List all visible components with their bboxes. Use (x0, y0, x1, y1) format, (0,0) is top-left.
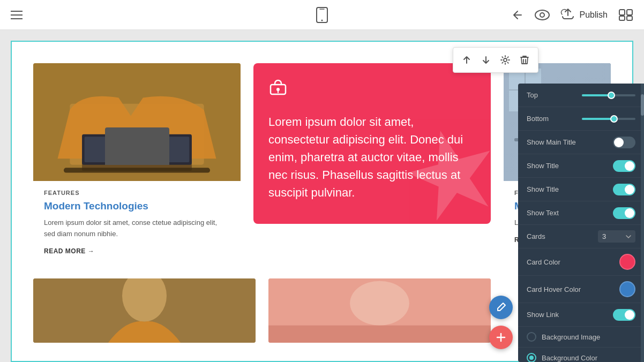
setting-bottom: Bottom (518, 107, 644, 131)
card-1-image (33, 63, 241, 181)
show-title-2-toggle[interactable] (613, 184, 635, 195)
back-icon[interactable] (511, 9, 524, 21)
svg-rect-19 (85, 137, 190, 162)
svg-rect-17 (111, 162, 126, 163)
svg-point-3 (535, 10, 549, 20)
svg-rect-8 (627, 16, 632, 20)
svg-point-1 (321, 19, 323, 21)
delete-button[interactable] (515, 51, 534, 69)
move-up-button[interactable] (458, 51, 476, 69)
show-title-2-label: Show Title (527, 185, 559, 193)
setting-bottom-label: Bottom (527, 115, 549, 123)
block-actions (453, 47, 538, 73)
card-hover-color-label: Card Hover Color (527, 285, 581, 293)
bg-image-radio[interactable] (527, 332, 536, 342)
settings-scroll[interactable]: Top Bottom (518, 84, 644, 362)
publish-button[interactable]: Publish (560, 7, 608, 23)
cards-dropdown[interactable]: 3 (598, 230, 635, 243)
cards-value: 3 (602, 232, 606, 240)
toolbar-center (316, 7, 328, 23)
card-middle-icon (268, 79, 476, 102)
card-4-image (33, 278, 256, 343)
svg-rect-5 (619, 10, 625, 15)
show-main-title-toggle[interactable] (613, 137, 635, 148)
settings-scrollbar (641, 84, 644, 362)
setting-show-text: Show Text (518, 201, 644, 225)
settings-panel: Top Bottom (518, 84, 644, 362)
svg-rect-35 (268, 325, 491, 342)
card-middle: Lorem ipsum dolor sit amet, consectetur … (253, 63, 491, 224)
publish-label: Publish (580, 10, 608, 20)
card-5 (268, 278, 491, 343)
toolbar-left (11, 11, 23, 19)
fab-edit-button[interactable] (489, 296, 513, 319)
move-down-button[interactable] (477, 51, 495, 69)
hamburger-menu[interactable] (11, 11, 23, 19)
radio-background-color: Background Color (518, 348, 644, 362)
top-slider[interactable] (582, 94, 635, 96)
canvas-area: FEATURES Modern Technologies Lorem ipsum… (0, 30, 644, 362)
show-link-toggle[interactable] (613, 309, 635, 321)
card-1-title[interactable]: Modern Technologies (44, 200, 230, 212)
fab-add-button[interactable] (489, 326, 513, 349)
bottom-slider[interactable] (582, 118, 635, 120)
card-hover-color-swatch[interactable] (619, 281, 635, 297)
preview-icon[interactable] (535, 10, 550, 20)
svg-point-15 (144, 150, 166, 164)
card-5-image (268, 278, 491, 343)
show-title-1-label: Show Title (527, 162, 559, 170)
toolbar: Publish (0, 0, 644, 30)
svg-rect-13 (64, 168, 210, 172)
svg-point-4 (540, 13, 544, 17)
show-link-label: Show Link (527, 311, 559, 319)
card-1-tag: FEATURES (44, 190, 230, 196)
svg-point-34 (350, 281, 409, 325)
card-middle-text: Lorem ipsum dolor sit amet, consectetur … (268, 113, 476, 201)
radio-background-image: Background Image (518, 327, 644, 348)
device-icon[interactable] (316, 7, 328, 23)
setting-show-title-1: Show Title (518, 154, 644, 178)
card-1-body: FEATURES Modern Technologies Lorem ipsum… (33, 181, 241, 266)
show-text-label: Show Text (527, 209, 559, 217)
card-color-swatch[interactable] (619, 254, 635, 270)
setting-cards: Cards 3 (518, 225, 644, 248)
upload-icon (560, 7, 575, 23)
svg-rect-16 (111, 157, 126, 161)
setting-top-label: Top (527, 91, 538, 99)
setting-card-color: Card Color (518, 248, 644, 276)
card-4 (33, 278, 256, 343)
show-text-toggle[interactable] (613, 207, 635, 219)
bg-color-label: Background Color (542, 354, 597, 362)
layout-icon[interactable] (618, 9, 633, 21)
card-1: FEATURES Modern Technologies Lorem ipsum… (33, 63, 241, 266)
setting-top: Top (518, 84, 644, 107)
cards-label: Cards (527, 232, 545, 240)
svg-rect-7 (619, 16, 625, 20)
card-1-text: Lorem ipsum dolor sit amet, conse ctetue… (44, 217, 230, 240)
settings-button[interactable] (496, 51, 514, 69)
svg-point-9 (504, 58, 507, 62)
setting-card-hover-color: Card Hover Color (518, 276, 644, 303)
show-title-1-toggle[interactable] (613, 160, 635, 172)
show-main-title-label: Show Main Title (527, 138, 576, 146)
settings-scrollbar-thumb (641, 94, 644, 116)
svg-rect-6 (627, 10, 632, 15)
toolbar-right: Publish (511, 7, 633, 23)
setting-show-title-2: Show Title (518, 178, 644, 201)
svg-point-14 (108, 148, 130, 163)
bg-color-radio[interactable] (527, 353, 536, 362)
setting-show-link: Show Link (518, 303, 644, 327)
bg-image-label: Background Image (542, 333, 600, 341)
card-color-label: Card Color (527, 258, 560, 266)
setting-show-main-title: Show Main Title (518, 131, 644, 154)
card-1-link[interactable]: READ MORE → (44, 247, 230, 255)
